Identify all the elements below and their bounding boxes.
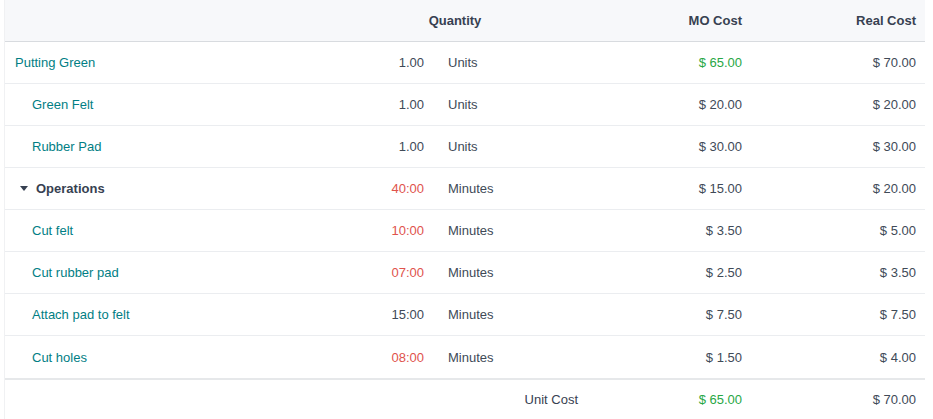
row-real-cost-value: $ 30.00: [744, 139, 926, 154]
row-name-cell: Putting Green: [5, 55, 336, 70]
row-name-cell: Cut rubber pad: [5, 265, 336, 280]
row-unit-label: Units: [426, 55, 556, 70]
row-unit-label: Minutes: [426, 223, 556, 238]
row-unit-label: Minutes: [426, 265, 556, 280]
row-name-cell: Green Felt: [5, 97, 336, 112]
column-header-quantity: Quantity: [336, 13, 556, 28]
table-row: Operations 40:00 Minutes $ 15.00 $ 20.00: [5, 168, 925, 210]
row-mo-cost-value: $ 20.00: [556, 97, 744, 112]
row-name-link[interactable]: Rubber Pad: [32, 139, 101, 154]
table-row: Green Felt 1.00 Units $ 20.00 $ 20.00: [5, 84, 925, 126]
row-name-link[interactable]: Cut felt: [32, 223, 73, 238]
table-row: Rubber Pad 1.00 Units $ 30.00 $ 30.00: [5, 126, 925, 168]
row-quantity-value: 1.00: [336, 139, 426, 154]
row-real-cost-value: $ 5.00: [744, 223, 926, 238]
row-quantity-value: 08:00: [336, 350, 426, 365]
table-row: Cut holes 08:00 Minutes $ 1.50 $ 4.00: [5, 336, 925, 378]
row-unit-label: Units: [426, 97, 556, 112]
unit-cost-label: Unit Cost: [5, 392, 578, 407]
table-row: Putting Green 1.00 Units $ 65.00 $ 70.00: [5, 42, 925, 84]
row-name-cell: Operations: [5, 181, 336, 196]
column-header-real-cost: Real Cost: [744, 13, 926, 28]
row-quantity-value: 1.00: [336, 55, 426, 70]
row-name-link[interactable]: Putting Green: [15, 55, 95, 70]
row-real-cost-value: $ 70.00: [744, 55, 926, 70]
row-quantity-value: 10:00: [336, 223, 426, 238]
row-name-cell: Attach pad to felt: [5, 307, 336, 322]
row-mo-cost-value: $ 15.00: [556, 181, 744, 196]
row-real-cost-value: $ 20.00: [744, 97, 926, 112]
table-footer-row: Unit Cost $ 65.00 $ 70.00: [5, 378, 925, 418]
unit-cost-real-value: $ 70.00: [748, 392, 926, 407]
table-row: Attach pad to felt 15:00 Minutes $ 7.50 …: [5, 294, 925, 336]
row-unit-label: Units: [426, 139, 556, 154]
row-real-cost-value: $ 20.00: [744, 181, 926, 196]
row-mo-cost-value: $ 65.00: [556, 55, 744, 70]
table-header-row: Quantity MO Cost Real Cost: [5, 0, 925, 42]
row-mo-cost-value: $ 1.50: [556, 350, 744, 365]
row-name-cell: Rubber Pad: [5, 139, 336, 154]
unit-cost-mo-value: $ 65.00: [578, 392, 748, 407]
column-header-mo-cost: MO Cost: [556, 13, 744, 28]
row-name-link[interactable]: Cut holes: [32, 350, 87, 365]
row-name-link[interactable]: Green Felt: [32, 97, 93, 112]
row-real-cost-value: $ 4.00: [744, 350, 926, 365]
caret-down-icon[interactable]: [20, 186, 28, 191]
table-body: Putting Green 1.00 Units $ 65.00 $ 70.00…: [5, 42, 925, 378]
row-name-link: Operations: [36, 181, 105, 196]
table-row: Cut rubber pad 07:00 Minutes $ 2.50 $ 3.…: [5, 252, 925, 294]
row-quantity-value: 40:00: [336, 181, 426, 196]
mo-cost-overview-table: Quantity MO Cost Real Cost Putting Green…: [4, 0, 925, 419]
row-mo-cost-value: $ 30.00: [556, 139, 744, 154]
row-quantity-value: 1.00: [336, 97, 426, 112]
row-unit-label: Minutes: [426, 181, 556, 196]
row-name-cell: Cut holes: [5, 350, 336, 365]
row-mo-cost-value: $ 7.50: [556, 307, 744, 322]
row-unit-label: Minutes: [426, 307, 556, 322]
row-quantity-value: 15:00: [336, 307, 426, 322]
row-quantity-value: 07:00: [336, 265, 426, 280]
row-name-link[interactable]: Attach pad to felt: [32, 307, 130, 322]
table-row: Cut felt 10:00 Minutes $ 3.50 $ 5.00: [5, 210, 925, 252]
row-real-cost-value: $ 7.50: [744, 307, 926, 322]
row-unit-label: Minutes: [426, 350, 556, 365]
row-name-cell: Cut felt: [5, 223, 336, 238]
row-mo-cost-value: $ 2.50: [556, 265, 744, 280]
row-name-link[interactable]: Cut rubber pad: [32, 265, 119, 280]
row-mo-cost-value: $ 3.50: [556, 223, 744, 238]
row-real-cost-value: $ 3.50: [744, 265, 926, 280]
